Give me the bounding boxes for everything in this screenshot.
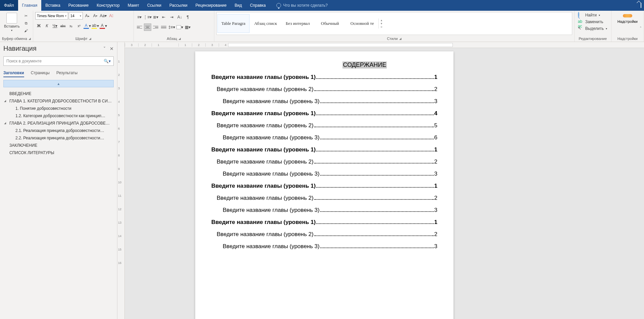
nav-collapse-button[interactable]: ˅ [103, 46, 106, 51]
toc-entry[interactable]: Введите название главы (уровень 2)5 [211, 122, 437, 129]
nav-close-button[interactable]: ✕ [110, 46, 114, 51]
nav-heading-node[interactable]: 1. Понятие добросовестности [3, 105, 114, 112]
page[interactable]: СОДЕРЖАНИЕ Введите название главы (урове… [195, 51, 453, 319]
show-marks-button[interactable]: ¶ [184, 13, 192, 21]
menu-tab-рисование[interactable]: Рисование [64, 0, 93, 11]
toc-entry[interactable]: Введите название главы (уровень 1)1 [211, 74, 437, 81]
align-center-button[interactable] [144, 24, 151, 31]
style-item[interactable]: Абзац списк [250, 14, 282, 33]
align-left-button[interactable] [136, 24, 143, 31]
menu-tab-конструктор[interactable]: Конструктор [93, 0, 123, 11]
menu-tab-рассылки[interactable]: Рассылки [165, 0, 192, 11]
nav-heading-node[interactable]: ГЛАВА 2. РЕАЛИЗАЦИЯ ПРИНЦИПА ДОБРОСОВЕ… [3, 120, 114, 127]
toc-entry[interactable]: Введите название главы (уровень 2)2 [211, 158, 437, 165]
toc-entry[interactable]: Введите название главы (уровень 3)3 [211, 171, 437, 177]
numbering-button[interactable]: ⋮≡▾ [144, 13, 151, 21]
horizontal-ruler[interactable]: 321123456789101112131415161718 [125, 42, 644, 48]
addins-button[interactable]: Надстройки [613, 12, 642, 26]
paste-button[interactable]: Вставить ▾ [2, 12, 22, 33]
dialog-launcher-icon[interactable]: ◢ [399, 37, 401, 40]
select-button[interactable]: ↖Выделить ▾ [577, 26, 608, 32]
line-spacing-button[interactable]: ‡≡▾ [168, 24, 175, 31]
find-button[interactable]: Найти ▾ [577, 12, 601, 18]
subscript-button[interactable]: x₂ [67, 22, 75, 30]
multilevel-list-button[interactable]: ≣▾ [152, 13, 159, 21]
menu-tab-вид[interactable]: Вид [230, 0, 246, 11]
menu-tab-файл[interactable]: Файл [0, 0, 18, 11]
replace-button[interactable]: abacЗаменить [577, 19, 605, 25]
table-of-contents[interactable]: Введите название главы (уровень 1)1Введи… [211, 74, 437, 250]
font-name-select[interactable]: Times New Rom▾ [35, 12, 68, 19]
nav-jump-bar[interactable]: ▲ [3, 80, 114, 87]
menu-tab-рецензирование[interactable]: Рецензирование [192, 0, 231, 11]
nav-heading-node[interactable]: СПИСОК ЛИТЕРАТУРЫ [3, 149, 114, 156]
shading-button[interactable]: ▾ [176, 24, 183, 31]
dialog-launcher-icon[interactable]: ◢ [29, 37, 31, 40]
style-item[interactable]: Обычный [314, 14, 346, 33]
bullets-button[interactable]: ≡▾ [136, 13, 143, 21]
toc-entry[interactable]: Введите название главы (уровень 2)2 [211, 231, 437, 238]
styles-scroll-button[interactable]: ▴ [379, 18, 384, 22]
nav-heading-node[interactable]: 2.2. Реализация принципа добросовестност… [3, 134, 114, 142]
toc-entry[interactable]: Введите название главы (уровень 3)3 [211, 243, 437, 250]
decrease-indent-button[interactable]: ⇤ [160, 13, 167, 21]
nav-heading-node[interactable]: ВВЕДЕНИЕ [3, 90, 114, 97]
text-effects-button[interactable]: A▾ [84, 22, 91, 30]
toc-title[interactable]: СОДЕРЖАНИЕ [342, 61, 387, 69]
font-color-button[interactable]: A▾ [100, 22, 107, 30]
style-item[interactable]: Table Paragra [217, 14, 250, 33]
grow-font-button[interactable]: A▴ [84, 12, 91, 19]
menu-tab-макет[interactable]: Макет [124, 0, 143, 11]
style-item[interactable]: Основной те [346, 14, 378, 33]
borders-button[interactable]: ▦▾ [184, 24, 192, 31]
vertical-ruler[interactable]: 12345678910111213141516 [117, 42, 125, 319]
underline-button[interactable]: Ч▾ [51, 22, 59, 30]
copy-button[interactable]: ⧉ [23, 20, 29, 26]
nav-heading-node[interactable]: ГЛАВА 1. КАТЕГОРИЯ ДОБРОСОВЕСТНОСТИ В СИ… [3, 97, 114, 105]
toc-entry[interactable]: Введите название главы (уровень 3)3 [211, 207, 437, 214]
toc-entry[interactable]: Введите название главы (уровень 1)1 [211, 219, 437, 226]
menu-tab-главная[interactable]: Главная [18, 0, 42, 11]
dialog-launcher-icon[interactable]: ◢ [89, 37, 91, 40]
share-button[interactable] [641, 3, 641, 8]
toc-entry[interactable]: Введите название главы (уровень 2)2 [211, 86, 437, 93]
font-size-select[interactable]: 14▾ [69, 12, 83, 19]
cut-button[interactable]: ✂ [23, 13, 29, 19]
nav-heading-node[interactable]: 2.1. Реализация принципа добросовестност… [3, 127, 114, 134]
menu-tab-ссылки[interactable]: Ссылки [143, 0, 165, 11]
styles-scroll-button[interactable]: ≡ [379, 25, 384, 29]
toc-entry[interactable]: Введите название главы (уровень 1)1 [211, 146, 437, 153]
toc-entry[interactable]: Введите название главы (уровень 3)3 [211, 98, 437, 105]
dialog-launcher-icon[interactable]: ◢ [178, 37, 181, 40]
collapse-ribbon-button[interactable]: ˄ [640, 26, 642, 31]
increase-indent-button[interactable]: ⇥ [168, 13, 175, 21]
nav-search-input[interactable]: Поиск в документе 🔍▾ [3, 56, 114, 66]
strikethrough-button[interactable]: abc [59, 22, 67, 30]
style-item[interactable]: Без интервал [282, 14, 314, 33]
toc-entry[interactable]: Введите название главы (уровень 3)6 [211, 134, 437, 141]
bold-button[interactable]: Ж [35, 22, 43, 30]
nav-tab-1[interactable]: Страницы [31, 71, 50, 77]
nav-heading-node[interactable]: ЗАКЛЮЧЕНИЕ [3, 142, 114, 149]
nav-heading-node[interactable]: 1.2. Категория добросовестности как прин… [3, 112, 114, 120]
tell-me-search[interactable]: Что вы хотите сделать? [276, 3, 328, 8]
toc-entry[interactable]: Введите название главы (уровень 1)4 [211, 110, 437, 117]
format-painter-button[interactable]: 🖌 [23, 28, 29, 34]
styles-scroll-button[interactable]: ▾ [379, 22, 384, 25]
align-justify-button[interactable] [160, 24, 167, 31]
menu-tab-вставка[interactable]: Вставка [41, 0, 64, 11]
highlight-button[interactable]: ab▾ [92, 22, 99, 30]
italic-button[interactable]: К [43, 22, 51, 30]
shrink-font-button[interactable]: A▾ [92, 12, 99, 19]
menu-tab-справка[interactable]: Справка [246, 0, 270, 11]
clear-formatting-button[interactable]: A⃠ [108, 12, 115, 19]
document-canvas[interactable]: СОДЕРЖАНИЕ Введите название главы (урове… [125, 48, 644, 319]
nav-tab-2[interactable]: Результаты [56, 71, 77, 77]
sort-button[interactable]: A↓ [176, 13, 183, 21]
styles-gallery[interactable]: Table ParagraАбзац спискБез интервалОбыч… [216, 12, 572, 35]
align-right-button[interactable] [152, 24, 159, 31]
nav-tab-0[interactable]: Заголовки [3, 71, 24, 77]
change-case-button[interactable]: Aa▾ [100, 12, 107, 19]
toc-entry[interactable]: Введите название главы (уровень 2)2 [211, 195, 437, 201]
toc-entry[interactable]: Введите название главы (уровень 1)1 [211, 183, 437, 189]
